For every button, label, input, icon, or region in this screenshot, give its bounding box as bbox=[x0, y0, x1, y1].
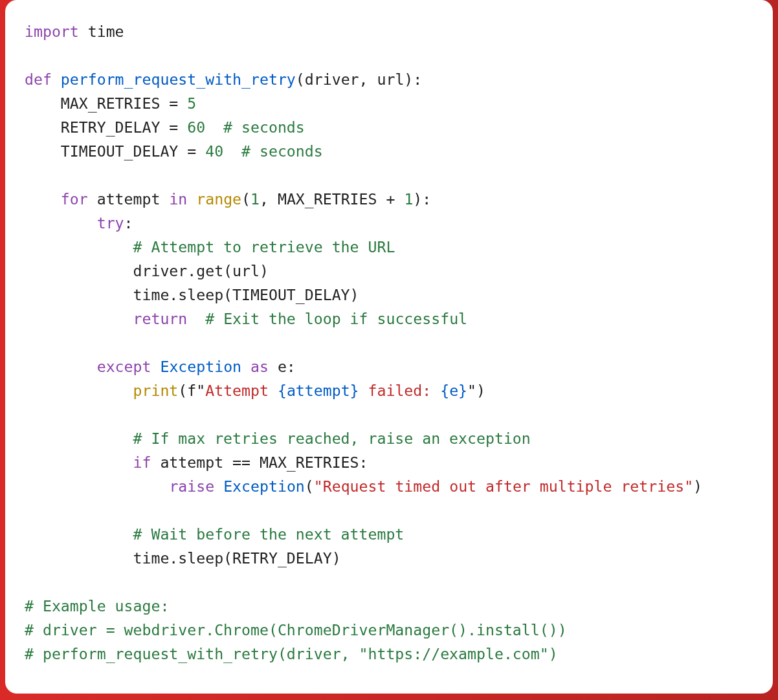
for-var: attempt bbox=[88, 190, 170, 208]
max-retries-val: 5 bbox=[187, 94, 196, 112]
func-name: perform_request_with_retry bbox=[61, 71, 296, 88]
range-mid: , MAX_RETRIES + bbox=[260, 190, 404, 208]
fstr-brace1: {attempt} bbox=[278, 382, 359, 399]
retry-delay-lhs: RETRY_DELAY = bbox=[25, 118, 187, 136]
kw-as: as bbox=[250, 358, 269, 375]
code-block: import time def perform_request_with_ret… bbox=[25, 19, 753, 666]
kw-return: return bbox=[133, 310, 188, 327]
func-params: (driver, url): bbox=[296, 71, 422, 88]
timeout-delay-comment: # seconds bbox=[223, 142, 323, 160]
max-retries-lhs: MAX_RETRIES = bbox=[25, 94, 187, 112]
retry-delay-val: 60 bbox=[187, 118, 205, 136]
retry-delay-comment: # seconds bbox=[205, 118, 305, 136]
if-cond: attempt == MAX_RETRIES: bbox=[151, 454, 368, 471]
example-usage-3: # perform_request_with_retry(driver, "ht… bbox=[25, 645, 558, 662]
time-sleep-retry: time.sleep(RETRY_DELAY) bbox=[25, 549, 341, 567]
except-tail: e: bbox=[269, 358, 296, 375]
raise-exception-class: Exception bbox=[223, 477, 305, 495]
driver-get: driver.get(url) bbox=[25, 262, 269, 279]
kw-except: except bbox=[97, 358, 151, 375]
fstr-brace2: {e} bbox=[440, 382, 467, 399]
example-usage-1: # Example usage: bbox=[25, 597, 169, 615]
builtin-print: print bbox=[133, 382, 179, 399]
mod-time: time bbox=[88, 23, 124, 40]
range-close: ): bbox=[413, 190, 431, 208]
exception-class: Exception bbox=[160, 358, 241, 375]
fstr-part1: Attempt bbox=[205, 382, 278, 399]
return-comment: # Exit the loop if successful bbox=[187, 310, 467, 327]
fstr-open: (f" bbox=[178, 382, 205, 399]
raise-str: "Request timed out after multiple retrie… bbox=[314, 477, 693, 495]
kw-in: in bbox=[169, 190, 187, 208]
raise-close: ) bbox=[693, 477, 702, 495]
range-one: 1 bbox=[250, 190, 260, 208]
comment-wait: # Wait before the next attempt bbox=[25, 525, 404, 543]
kw-if: if bbox=[133, 454, 151, 471]
kw-raise: raise bbox=[169, 477, 214, 495]
range-one-2: 1 bbox=[404, 190, 413, 208]
comment-max-retries: # If max retries reached, raise an excep… bbox=[25, 430, 531, 447]
range-open: ( bbox=[241, 190, 250, 208]
kw-def: def bbox=[25, 71, 52, 88]
fstr-part2: failed: bbox=[359, 382, 441, 399]
timeout-delay-lhs: TIMEOUT_DELAY = bbox=[25, 142, 205, 160]
code-card: import time def perform_request_with_ret… bbox=[5, 0, 773, 694]
try-colon: : bbox=[124, 214, 133, 232]
comment-attempt-url: # Attempt to retrieve the URL bbox=[25, 238, 395, 256]
builtin-range: range bbox=[187, 190, 241, 208]
kw-for: for bbox=[61, 190, 88, 208]
raise-open: ( bbox=[305, 477, 314, 495]
example-usage-2: # driver = webdriver.Chrome(ChromeDriver… bbox=[25, 621, 567, 639]
kw-try: try bbox=[97, 214, 124, 232]
time-sleep-timeout: time.sleep(TIMEOUT_DELAY) bbox=[25, 286, 359, 303]
fstr-close: ") bbox=[467, 382, 485, 399]
timeout-delay-val: 40 bbox=[205, 142, 223, 160]
kw-import: import bbox=[25, 23, 79, 40]
